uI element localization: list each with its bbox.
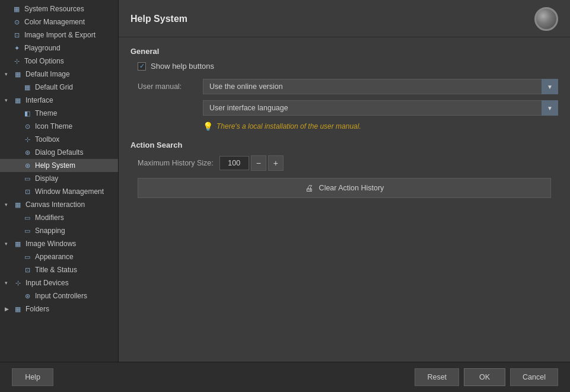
sidebar-item-label-input-devices: Input Devices <box>26 279 69 287</box>
cancel-button[interactable]: Cancel <box>510 368 558 386</box>
toggle-arrow-folders: ▶ <box>5 306 12 312</box>
reset-button[interactable]: Reset <box>415 368 459 386</box>
sidebar-item-title-status[interactable]: ⊡Title & Status <box>0 263 118 276</box>
sidebar-item-tool-options[interactable]: ⊹Tool Options <box>0 55 118 68</box>
sidebar-item-label-interface: Interface <box>26 96 53 104</box>
window-management-icon: ⊡ <box>23 187 32 196</box>
user-manual-select[interactable]: Use the online versionUse local versionN… <box>203 79 558 94</box>
interface-icon: ▦ <box>13 95 23 105</box>
clear-action-history-button[interactable]: 🖨 Clear Action History <box>138 178 551 198</box>
show-help-buttons-label: Show help buttons <box>151 62 214 71</box>
sidebar-item-input-controllers[interactable]: ⊛Input Controllers <box>0 289 118 302</box>
user-manual-select-wrapper: Use the online versionUse local versionN… <box>203 79 558 94</box>
main-container: ▦System Resources⊙Color Management⊡Image… <box>0 0 570 362</box>
sidebar-item-theme[interactable]: ◧Theme <box>0 107 118 120</box>
bottom-right: Reset OK Cancel <box>415 368 558 386</box>
canvas-interaction-icon: ▦ <box>13 200 23 209</box>
image-windows-icon: ▦ <box>13 239 23 248</box>
title-status-icon: ⊡ <box>23 265 32 275</box>
sidebar-item-image-windows[interactable]: ▾▦Image Windows <box>0 237 118 250</box>
dialog-defaults-icon: ⊛ <box>23 148 32 157</box>
input-devices-icon: ⊹ <box>13 278 23 288</box>
history-size-label: Maximum History Size: <box>138 159 214 167</box>
sidebar-item-label-canvas-interaction: Canvas Interaction <box>26 200 85 209</box>
sidebar-item-label-image-import-export: Image Import & Export <box>24 31 95 39</box>
general-section-title: General <box>130 47 558 56</box>
sidebar-item-playground[interactable]: ✦Playground <box>0 42 118 55</box>
sidebar-item-label-toolbox: Toolbox <box>35 135 59 144</box>
user-manual-label: User manual: <box>138 82 203 91</box>
sidebar-item-label-dialog-defaults: Dialog Defaults <box>35 148 83 157</box>
sidebar-item-icon-theme[interactable]: ⊙Icon Theme <box>0 120 118 133</box>
sidebar-item-label-default-grid: Default Grid <box>35 83 73 91</box>
history-size-input[interactable] <box>219 156 249 170</box>
sidebar-item-toolbox[interactable]: ⊹Toolbox <box>0 133 118 146</box>
sidebar-item-modifiers[interactable]: ▭Modifiers <box>0 211 118 224</box>
sidebar-item-label-help-system: Help System <box>35 161 75 170</box>
sidebar-item-snapping[interactable]: ▭Snapping <box>0 224 118 237</box>
modifiers-icon: ▭ <box>23 213 32 222</box>
help-circle-icon <box>534 7 558 31</box>
sidebar-item-default-image[interactable]: ▾▦Default Image <box>0 68 118 81</box>
sidebar-item-label-appearance: Appearance <box>35 253 74 261</box>
sidebar-item-label-tool-options: Tool Options <box>24 57 64 65</box>
sidebar-item-display[interactable]: ▭Display <box>0 172 118 185</box>
sidebar-item-folders[interactable]: ▶▦Folders <box>0 302 118 315</box>
ok-button[interactable]: OK <box>464 368 505 386</box>
clear-history-label: Clear Action History <box>319 184 384 192</box>
help-system-icon: ⊛ <box>23 161 32 170</box>
image-import-export-icon: ⊡ <box>12 30 21 40</box>
default-image-icon: ▦ <box>13 69 23 79</box>
sidebar-item-image-import-export[interactable]: ⊡Image Import & Export <box>0 28 118 42</box>
sidebar-item-help-system[interactable]: ⊛Help System <box>0 159 118 172</box>
color-management-icon: ⊙ <box>12 17 21 27</box>
icon-theme-icon: ⊙ <box>23 122 32 131</box>
default-grid-icon: ▦ <box>23 82 32 92</box>
sidebar-item-interface[interactable]: ▾▦Interface <box>0 94 118 107</box>
show-help-buttons-checkbox[interactable] <box>138 62 146 71</box>
sidebar: ▦System Resources⊙Color Management⊡Image… <box>0 0 119 362</box>
sidebar-item-color-management[interactable]: ⊙Color Management <box>0 15 118 28</box>
snapping-icon: ▭ <box>23 226 32 235</box>
sidebar-item-label-input-controllers: Input Controllers <box>35 292 87 300</box>
language-select[interactable]: User interface languageEnglishGermanFren… <box>203 100 558 116</box>
action-search-section: Action Search Maximum History Size: − + … <box>130 141 558 198</box>
sidebar-item-system-resources[interactable]: ▦System Resources <box>0 2 118 15</box>
playground-icon: ✦ <box>12 43 21 53</box>
input-controllers-icon: ⊛ <box>23 291 32 301</box>
history-size-row: Maximum History Size: − + <box>130 155 558 171</box>
appearance-icon: ▭ <box>23 252 32 262</box>
help-button[interactable]: Help <box>12 368 53 386</box>
sidebar-item-dialog-defaults[interactable]: ⊛Dialog Defaults <box>0 146 118 159</box>
page-title: Help System <box>130 14 187 24</box>
theme-icon: ◧ <box>23 109 32 118</box>
sidebar-item-label-color-management: Color Management <box>24 18 85 26</box>
sidebar-item-label-default-image: Default Image <box>26 70 70 78</box>
action-search-title: Action Search <box>130 141 558 149</box>
show-help-buttons-row: Show help buttons <box>130 62 558 71</box>
user-manual-row: User manual: Use the online versionUse l… <box>130 79 558 94</box>
sidebar-item-label-icon-theme: Icon Theme <box>35 122 72 130</box>
history-increment-button[interactable]: + <box>268 155 284 171</box>
toggle-arrow-interface: ▾ <box>5 97 12 103</box>
history-decrement-button[interactable]: − <box>251 155 266 171</box>
sidebar-item-label-window-management: Window Management <box>35 187 104 196</box>
sidebar-item-appearance[interactable]: ▭Appearance <box>0 250 118 263</box>
content-body: General Show help buttons User manual: U… <box>119 37 570 362</box>
sidebar-item-label-theme: Theme <box>35 109 57 117</box>
content-header: Help System <box>119 0 570 37</box>
language-select-wrapper: User interface languageEnglishGermanFren… <box>203 100 558 116</box>
sidebar-item-label-folders: Folders <box>26 305 49 313</box>
sidebar-item-label-modifiers: Modifiers <box>35 213 64 222</box>
info-message: There's a local installation of the user… <box>216 122 361 130</box>
bottom-bar: Help Reset OK Cancel <box>0 362 570 392</box>
sidebar-item-window-management[interactable]: ⊡Window Management <box>0 185 118 198</box>
sidebar-item-canvas-interaction[interactable]: ▾▦Canvas Interaction <box>0 198 118 211</box>
sidebar-item-default-grid[interactable]: ▦Default Grid <box>0 81 118 94</box>
sidebar-item-input-devices[interactable]: ▾⊹Input Devices <box>0 276 118 289</box>
toggle-arrow-image-windows: ▾ <box>5 241 12 247</box>
toggle-arrow-canvas-interaction: ▾ <box>5 202 12 208</box>
tool-options-icon: ⊹ <box>12 56 21 66</box>
toolbox-icon: ⊹ <box>23 135 32 144</box>
bottom-left: Help <box>12 368 53 386</box>
